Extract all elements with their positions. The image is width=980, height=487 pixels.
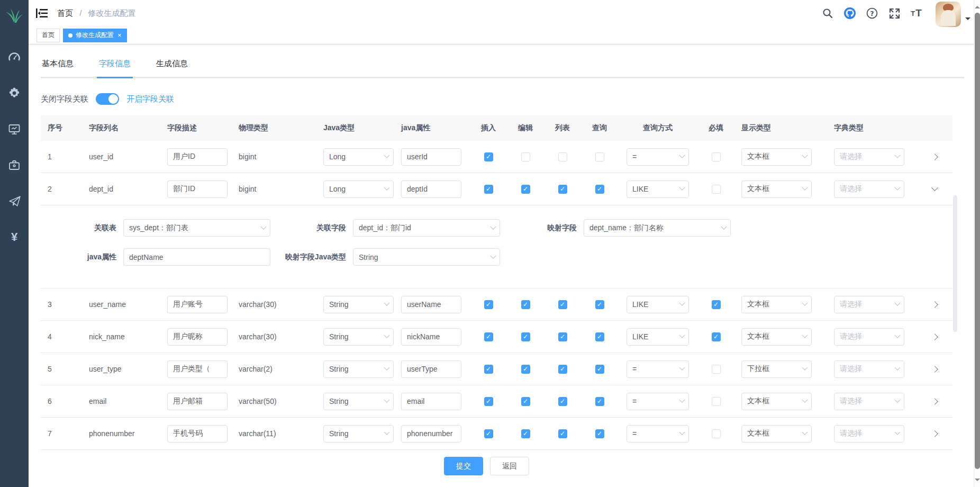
- row-expand-button[interactable]: [930, 299, 940, 310]
- display-type-select[interactable]: 文本框: [741, 181, 812, 198]
- search-icon[interactable]: [820, 6, 835, 21]
- list-checkbox[interactable]: [558, 397, 567, 406]
- query-type-select[interactable]: =: [627, 393, 689, 410]
- font-size-icon[interactable]: TT: [909, 6, 924, 21]
- required-checkbox[interactable]: [712, 152, 721, 161]
- required-checkbox[interactable]: [712, 185, 721, 194]
- relation-field-select[interactable]: dept_id：部门id: [353, 219, 500, 237]
- dict-type-select[interactable]: 请选择: [834, 425, 904, 443]
- github-icon[interactable]: [842, 6, 857, 21]
- row-expand-button[interactable]: [930, 364, 940, 374]
- required-checkbox[interactable]: [712, 365, 721, 374]
- field-desc-input[interactable]: [167, 296, 228, 313]
- query-checkbox[interactable]: [595, 365, 604, 374]
- edit-checkbox[interactable]: [521, 365, 530, 374]
- tag-close-icon[interactable]: ×: [117, 31, 122, 39]
- required-checkbox[interactable]: [712, 397, 721, 406]
- dict-type-select[interactable]: 请选择: [834, 181, 904, 198]
- sidebar-item-publish[interactable]: [0, 183, 29, 219]
- insert-checkbox[interactable]: [484, 152, 493, 161]
- avatar[interactable]: [936, 2, 961, 27]
- sidebar-item-finance[interactable]: ¥: [0, 219, 29, 255]
- list-checkbox[interactable]: [558, 332, 567, 341]
- java-attr-input[interactable]: [401, 360, 461, 378]
- row-expand-button[interactable]: [930, 151, 940, 162]
- display-type-select[interactable]: 文本框: [741, 148, 812, 166]
- field-desc-input[interactable]: [167, 181, 228, 198]
- insert-checkbox[interactable]: [484, 185, 493, 194]
- row-expand-button[interactable]: [930, 331, 940, 342]
- sidebar-collapse-button[interactable]: [36, 8, 48, 18]
- display-type-select[interactable]: 文本框: [741, 425, 812, 443]
- page-scrollbar[interactable]: [974, 0, 980, 487]
- query-checkbox[interactable]: [595, 429, 604, 438]
- list-checkbox[interactable]: [558, 185, 567, 194]
- required-checkbox[interactable]: [712, 332, 721, 341]
- field-desc-input[interactable]: [167, 425, 228, 443]
- relation-table-select[interactable]: sys_dept：部门表: [123, 219, 270, 237]
- field-desc-input[interactable]: [167, 328, 228, 346]
- dict-type-select[interactable]: 请选择: [834, 296, 904, 313]
- edit-checkbox[interactable]: [521, 300, 530, 309]
- scroll-down-arrow-icon[interactable]: [975, 479, 980, 484]
- insert-checkbox[interactable]: [484, 397, 493, 406]
- dict-type-select[interactable]: 请选择: [834, 360, 904, 378]
- row-expand-button[interactable]: [930, 184, 940, 194]
- dict-type-select[interactable]: 请选择: [834, 393, 904, 410]
- display-type-select[interactable]: 文本框: [741, 328, 812, 346]
- java-attr-input[interactable]: [401, 181, 461, 198]
- mapping-java-type-select[interactable]: String: [353, 248, 500, 266]
- list-checkbox[interactable]: [558, 300, 567, 309]
- fullscreen-icon[interactable]: [887, 6, 902, 21]
- java-attr-input[interactable]: [401, 393, 461, 410]
- query-type-select[interactable]: LIKE: [627, 328, 689, 346]
- field-desc-input[interactable]: [167, 393, 228, 410]
- edit-checkbox[interactable]: [521, 332, 530, 341]
- java-type-select[interactable]: String: [323, 360, 394, 378]
- query-type-select[interactable]: =: [627, 360, 689, 378]
- required-checkbox[interactable]: [712, 300, 721, 309]
- breadcrumb-home[interactable]: 首页: [57, 8, 73, 17]
- insert-checkbox[interactable]: [484, 429, 493, 438]
- display-type-select[interactable]: 文本框: [741, 393, 812, 410]
- tag-current[interactable]: 修改生成配置 ×: [63, 29, 127, 42]
- tag-home[interactable]: 首页: [37, 29, 60, 42]
- insert-checkbox[interactable]: [484, 300, 493, 309]
- query-type-select[interactable]: =: [627, 425, 689, 443]
- query-checkbox[interactable]: [595, 300, 604, 309]
- sidebar-item-dashboard[interactable]: [0, 39, 29, 75]
- row-expand-button[interactable]: [930, 396, 940, 407]
- edit-checkbox[interactable]: [521, 185, 530, 194]
- java-attr-input[interactable]: [401, 425, 461, 443]
- insert-checkbox[interactable]: [484, 332, 493, 341]
- tab-basic-info[interactable]: 基本信息: [41, 56, 75, 77]
- field-relation-switch[interactable]: [96, 93, 119, 105]
- query-checkbox[interactable]: [595, 185, 604, 194]
- sidebar-item-system[interactable]: [0, 75, 29, 111]
- display-type-select[interactable]: 下拉框: [741, 360, 812, 378]
- java-type-select[interactable]: String: [323, 393, 394, 410]
- field-desc-input[interactable]: [167, 360, 228, 378]
- display-type-select[interactable]: 文本框: [741, 296, 812, 313]
- query-checkbox[interactable]: [595, 152, 604, 161]
- required-checkbox[interactable]: [712, 429, 721, 438]
- java-type-select[interactable]: String: [323, 328, 394, 346]
- query-type-select[interactable]: LIKE: [627, 181, 689, 198]
- java-type-select[interactable]: String: [323, 296, 394, 313]
- query-type-select[interactable]: =: [627, 148, 689, 166]
- edit-checkbox[interactable]: [521, 397, 530, 406]
- scroll-up-arrow-icon[interactable]: [975, 3, 980, 8]
- insert-checkbox[interactable]: [484, 365, 493, 374]
- query-checkbox[interactable]: [595, 397, 604, 406]
- app-logo[interactable]: [0, 0, 29, 32]
- java-type-select[interactable]: Long: [323, 148, 394, 166]
- edit-checkbox[interactable]: [521, 429, 530, 438]
- user-menu[interactable]: [936, 0, 970, 27]
- row-expand-button[interactable]: [930, 428, 940, 439]
- page-scrollbar-thumb[interactable]: [975, 13, 980, 469]
- list-checkbox[interactable]: [558, 152, 567, 161]
- java-type-select[interactable]: String: [323, 425, 394, 443]
- java-attr-input[interactable]: [401, 296, 461, 313]
- list-checkbox[interactable]: [558, 429, 567, 438]
- dict-type-select[interactable]: 请选择: [834, 328, 904, 346]
